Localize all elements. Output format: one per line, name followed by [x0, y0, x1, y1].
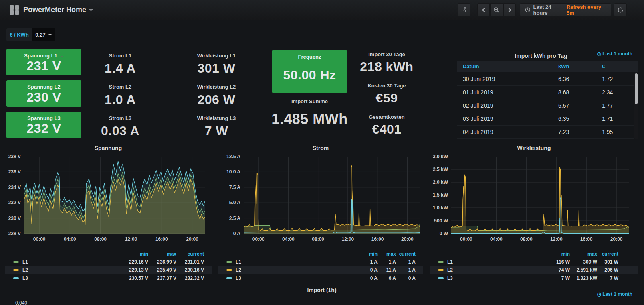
- legend-series-swatch[interactable]: [438, 277, 444, 279]
- graph-panel-title[interactable]: Spannung: [3, 145, 213, 151]
- x-axis-label: 04:00: [487, 236, 505, 242]
- legend-row: L37 W1.323 kW7 W: [430, 274, 638, 282]
- time-link-text: Last 1 month: [602, 51, 632, 57]
- legend-series-name[interactable]: L3: [22, 275, 28, 281]
- dashboard: PowerMeter Home: [0, 0, 644, 305]
- table-cell: 7.23: [558, 129, 569, 135]
- stat-value: 231 V: [6, 59, 81, 73]
- table-row-separator: [457, 99, 634, 99]
- table-cell: 03 Juli 2019: [463, 116, 493, 122]
- stat-value: 0.03 A: [86, 124, 155, 138]
- legend-series-swatch[interactable]: [13, 277, 19, 279]
- logo-square: [10, 5, 14, 10]
- stat-panel-spannung-l1[interactable]: Spannung L1 231 V: [6, 49, 81, 75]
- legend-column-header[interactable]: current: [168, 251, 204, 257]
- x-axis-label: 12:00: [547, 236, 565, 242]
- y-axis-label: 2.5 A: [221, 216, 240, 221]
- legend-series-name[interactable]: L3: [236, 275, 241, 281]
- navbar: PowerMeter Home: [0, 0, 644, 20]
- stat-panel-strom-l2[interactable]: Strom L2 1.0 A: [86, 84, 155, 107]
- table-row-separator: [457, 125, 634, 126]
- refresh-button[interactable]: [614, 3, 627, 16]
- legend-row: L11 A1 A1 A: [218, 258, 423, 266]
- zoom-out-button[interactable]: [490, 3, 503, 16]
- stat-panel-spannung-l3[interactable]: Spannung L3 232 V: [6, 112, 81, 138]
- stat-panel-import-30-tage[interactable]: Import 30 Tage 218 kWh: [352, 51, 421, 74]
- time-back-button[interactable]: [477, 3, 490, 16]
- stat-panel-spannung-l2[interactable]: Spannung L2 230 V: [6, 80, 81, 107]
- time-range-label: Last 24 hours: [533, 4, 564, 16]
- import-time-range-link[interactable]: ◷ Last 1 month: [580, 291, 632, 297]
- stat-panel-wirkleistung-l2[interactable]: Wirkleistung L2 206 W: [182, 84, 251, 107]
- legend-series-name[interactable]: L2: [236, 267, 241, 273]
- chart-plot-area[interactable]: [244, 157, 420, 234]
- table-time-range-link[interactable]: ◷ Last 1 month: [580, 51, 632, 57]
- legend-series-name[interactable]: L1: [22, 259, 28, 265]
- variable-label: € / KWh: [6, 28, 32, 41]
- table-scrollbar-thumb[interactable]: [635, 73, 638, 104]
- table-column-header[interactable]: Datum: [463, 63, 479, 69]
- legend-series-swatch[interactable]: [438, 269, 444, 271]
- x-axis-label: 00:00: [30, 236, 48, 242]
- chevron-down-icon: [89, 9, 93, 11]
- stat-panel-strom-l1[interactable]: Strom L1 1.4 A: [86, 53, 155, 76]
- table-column-header[interactable]: €: [602, 63, 605, 69]
- legend-value-current: 1 A: [380, 259, 416, 265]
- legend-series-name[interactable]: L3: [447, 275, 453, 281]
- stat-panel-wirkleistung-l1[interactable]: Wirkleistung L1 301 W: [182, 53, 251, 76]
- graph-panel-title[interactable]: Strom: [216, 145, 425, 151]
- x-axis-label: 20:00: [608, 236, 625, 242]
- refresh-interval-label: Refresh every 5m: [567, 4, 606, 16]
- variable-value-dropdown[interactable]: 0.27: [32, 28, 55, 41]
- x-axis-label: 12:00: [339, 236, 357, 242]
- legend-row: L274 W2.591 kW206 W: [430, 266, 638, 274]
- clock-icon: [525, 7, 531, 13]
- table-column-header[interactable]: kWh: [558, 63, 569, 69]
- refresh-icon: [617, 7, 624, 13]
- legend-series-swatch[interactable]: [226, 261, 232, 263]
- legend-series-swatch[interactable]: [13, 261, 19, 263]
- panel-menu-caret-icon[interactable]: [61, 56, 64, 57]
- table-cell: 01 Juli 2019: [463, 89, 493, 96]
- x-axis-label: 20:00: [184, 236, 201, 242]
- legend-row: L1116 W309 W301 W: [430, 258, 638, 266]
- graph-panel-title[interactable]: Import (1h): [262, 287, 382, 293]
- stat-title: Strom L2: [86, 84, 155, 90]
- legend-column-header[interactable]: current: [380, 251, 416, 257]
- time-forward-button[interactable]: [503, 3, 516, 16]
- y-axis-label: 230 V: [2, 216, 21, 221]
- y-axis-label: 5.0 A: [221, 200, 240, 205]
- stat-panel-import-summe[interactable]: Import Summe 1.485 MWh: [264, 98, 355, 128]
- stat-panel-gesamtkosten[interactable]: Gesamtkosten €401: [352, 114, 421, 137]
- legend-series-name[interactable]: L1: [236, 259, 241, 265]
- legend-series-name[interactable]: L1: [447, 259, 453, 265]
- share-button[interactable]: [458, 3, 470, 16]
- legend-column-header[interactable]: current: [582, 251, 618, 257]
- chevron-left-icon: [481, 7, 486, 13]
- x-axis-label: 16:00: [577, 236, 595, 242]
- table-cell: 6.57: [558, 102, 569, 109]
- chart-plot-area[interactable]: [24, 157, 205, 234]
- legend-series-swatch[interactable]: [438, 261, 444, 263]
- stat-panel-wirkleistung-l3[interactable]: Wirkleistung L3 7 W: [182, 115, 251, 138]
- legend-series-swatch[interactable]: [226, 277, 232, 279]
- legend-series-swatch[interactable]: [226, 269, 232, 271]
- legend-series-name[interactable]: L2: [22, 267, 28, 273]
- stat-title: Wirkleistung L3: [182, 115, 251, 121]
- stat-panel-kosten-30-tage[interactable]: Kosten 30 Tage €59: [352, 83, 421, 106]
- legend-row: L20 A11 A1 A: [218, 266, 423, 274]
- stat-title: Strom L3: [86, 115, 155, 121]
- graph-panel-title[interactable]: Wirkleistung: [428, 145, 640, 151]
- legend-series-name[interactable]: L2: [447, 267, 453, 273]
- dashboard-title-dropdown[interactable]: PowerMeter Home: [23, 6, 93, 14]
- legend-series-swatch[interactable]: [13, 269, 19, 271]
- series-area-L2: [244, 165, 420, 234]
- y-axis-label: 2.0 kW: [429, 179, 448, 185]
- y-axis-label: 232 V: [2, 200, 21, 205]
- grafana-logo-icon[interactable]: [10, 5, 19, 15]
- stat-panel-strom-l3[interactable]: Strom L3 0.03 A: [86, 115, 155, 138]
- y-axis-label: 10.0 A: [221, 169, 240, 175]
- time-picker-button[interactable]: Last 24 hours Refresh every 5m: [520, 3, 611, 16]
- stat-panel-frequenz[interactable]: Frequenz 50.00 Hz: [272, 50, 347, 93]
- chart-plot-area[interactable]: [451, 157, 629, 234]
